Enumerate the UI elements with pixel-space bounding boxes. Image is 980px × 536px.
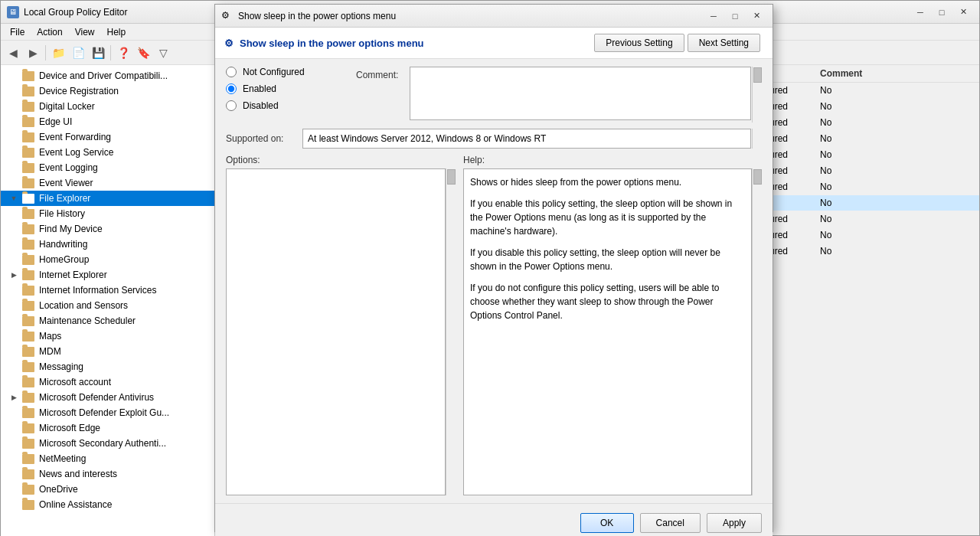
previous-setting-button[interactable]: Previous Setting: [594, 34, 684, 52]
bg-maximize-button[interactable]: □: [932, 5, 952, 20]
sidebar-item-edge-ui[interactable]: Edge UI: [1, 114, 214, 129]
dialog-icon: ⚙: [221, 10, 234, 22]
top-section: Not Configured Enabled Disabled Comment:: [226, 67, 762, 123]
sidebar-item-maps[interactable]: Maps: [1, 328, 214, 344]
sidebar-item-label: Microsoft account: [39, 377, 111, 387]
sidebar-item-ms-secondary-auth[interactable]: Microsoft Secondary Authenti...: [1, 436, 214, 451]
options-box-wrapper: [226, 168, 456, 495]
cancel-button[interactable]: Cancel: [640, 513, 701, 533]
enabled-radio[interactable]: [226, 83, 237, 94]
next-setting-button[interactable]: Next Setting: [688, 34, 760, 52]
comment-row: Comment:: [356, 67, 762, 123]
toolbar-separator-2: [110, 45, 111, 60]
forward-button[interactable]: ▶: [24, 44, 42, 62]
sidebar-item-messaging[interactable]: Messaging: [1, 359, 214, 374]
back-button[interactable]: ◀: [4, 44, 22, 62]
folder-up-button[interactable]: 📁: [49, 44, 67, 62]
sidebar-item-defender-antivirus[interactable]: ▶ Microsoft Defender Antivirus: [1, 390, 214, 405]
dialog-titlebar: ⚙ Show sleep in the power options menu ─…: [215, 5, 773, 28]
radio-not-configured[interactable]: Not Configured: [226, 67, 348, 77]
bg-close-button[interactable]: ✕: [953, 5, 973, 20]
policy-dialog: ⚙ Show sleep in the power options menu ─…: [214, 4, 773, 532]
sidebar-item-device-registration[interactable]: Device Registration: [1, 83, 214, 99]
help-button[interactable]: ❓: [114, 44, 132, 62]
sidebar-item-online-assistance[interactable]: Online Assistance: [1, 497, 214, 512]
dialog-minimize-button[interactable]: ─: [704, 8, 724, 24]
sidebar-item-file-explorer[interactable]: ▼ File Explorer: [1, 191, 214, 206]
chevron-icon: [10, 103, 18, 110]
sidebar-item-event-forwarding[interactable]: Event Forwarding: [1, 129, 214, 145]
save-button[interactable]: 💾: [89, 44, 107, 62]
help-scrollbar-thumb: [753, 169, 762, 185]
sidebar-item-mdm[interactable]: MDM: [1, 344, 214, 359]
help-label: Help:: [463, 155, 762, 165]
sidebar-item-microsoft-edge[interactable]: Microsoft Edge: [1, 420, 214, 436]
sidebar-item-digital-locker[interactable]: Digital Locker: [1, 99, 214, 114]
sidebar-item-label: Microsoft Secondary Authenti...: [39, 438, 166, 449]
sidebar-item-event-viewer[interactable]: Event Viewer: [1, 175, 214, 191]
chevron-icon: ▼: [10, 194, 18, 202]
menu-view[interactable]: View: [69, 25, 101, 39]
sidebar-item-file-history[interactable]: File History: [1, 206, 214, 221]
comment-textarea[interactable]: [410, 67, 751, 120]
chevron-icon: [10, 348, 18, 355]
sidebar-item-iis[interactable]: Internet Information Services: [1, 283, 214, 298]
disabled-label[interactable]: Disabled: [243, 100, 279, 111]
chevron-icon: [10, 455, 18, 462]
sidebar-item-handwriting[interactable]: Handwriting: [1, 237, 214, 252]
sidebar-item-internet-explorer[interactable]: ▶ Internet Explorer: [1, 267, 214, 283]
chevron-icon: [10, 470, 18, 478]
sidebar-item-news-interests[interactable]: News and interests: [1, 466, 214, 482]
sidebar-item-location-sensors[interactable]: Location and Sensors: [1, 298, 214, 313]
folder-icon-open: [22, 194, 34, 204]
sidebar-item-maintenance-scheduler[interactable]: Maintenance Scheduler: [1, 313, 214, 328]
sidebar-item-label: Event Log Service: [39, 147, 113, 158]
folder-icon: [22, 408, 34, 418]
menu-action[interactable]: Action: [31, 25, 68, 39]
sidebar-item-onedrive[interactable]: OneDrive: [1, 482, 214, 497]
dialog-window-controls: ─ □ ✕: [704, 8, 766, 24]
bg-minimize-button[interactable]: ─: [910, 5, 930, 20]
chevron-icon: [10, 485, 18, 493]
radio-disabled[interactable]: Disabled: [226, 100, 348, 111]
chevron-right-icon: ▶: [10, 271, 18, 279]
not-configured-label[interactable]: Not Configured: [243, 67, 305, 77]
chevron-icon: [10, 332, 18, 340]
chevron-icon: [10, 133, 18, 141]
sidebar-item-netmeeting[interactable]: NetMeeting: [1, 451, 214, 466]
folder-icon: [22, 454, 34, 464]
sidebar-item-microsoft-account[interactable]: Microsoft account: [1, 374, 214, 390]
sidebar-item-event-log-service[interactable]: Event Log Service: [1, 145, 214, 160]
sidebar-item-event-logging[interactable]: Event Logging: [1, 160, 214, 175]
folder-icon: [22, 87, 34, 96]
sidebar-item-find-my-device[interactable]: Find My Device: [1, 221, 214, 237]
dialog-close-button[interactable]: ✕: [746, 8, 766, 24]
chevron-icon: [10, 440, 18, 447]
supported-input[interactable]: [302, 129, 751, 149]
folder-icon: [22, 102, 34, 112]
sidebar-item-homegroup[interactable]: HomeGroup: [1, 252, 214, 267]
not-configured-radio[interactable]: [226, 67, 237, 77]
sidebar-item-label: Location and Sensors: [39, 300, 128, 311]
dialog-maximize-button[interactable]: □: [725, 8, 745, 24]
bookmark-button[interactable]: 🔖: [134, 44, 152, 62]
menu-help[interactable]: Help: [101, 25, 132, 39]
disabled-radio[interactable]: [226, 100, 237, 111]
properties-button[interactable]: 📄: [69, 44, 87, 62]
options-box[interactable]: [226, 168, 446, 495]
folder-icon: [22, 316, 34, 326]
menu-file[interactable]: File: [4, 25, 31, 39]
help-box-wrapper: Shows or hides sleep from the power opti…: [463, 168, 762, 495]
comment-box-wrapper: [410, 67, 762, 123]
radio-enabled[interactable]: Enabled: [226, 83, 348, 94]
radio-options: Not Configured Enabled Disabled: [226, 67, 348, 123]
apply-button[interactable]: Apply: [707, 513, 762, 533]
sidebar-item-defender-exploit[interactable]: Microsoft Defender Exploit Gu...: [1, 405, 214, 420]
filter-button[interactable]: ▽: [154, 44, 172, 62]
enabled-label[interactable]: Enabled: [243, 83, 276, 94]
folder-icon: [22, 178, 34, 188]
ok-button[interactable]: OK: [580, 513, 634, 533]
dialog-header: ⚙ Show sleep in the power options menu P…: [215, 28, 773, 59]
comment-section: Comment:: [356, 67, 762, 123]
sidebar-item-device-driver[interactable]: Device and Driver Compatibili...: [1, 68, 214, 83]
